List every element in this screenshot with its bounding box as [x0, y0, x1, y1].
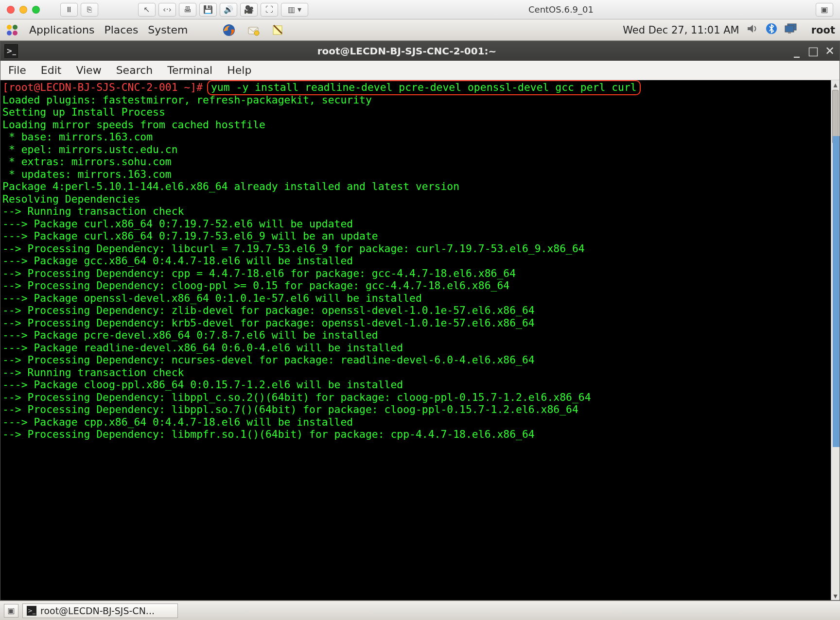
command-highlight: yum -y install readline-devel pcre-devel…: [207, 80, 641, 95]
vm-disk-icon[interactable]: 💾: [199, 3, 217, 17]
menu-edit[interactable]: Edit: [41, 64, 62, 76]
macos-titlebar: ⏸ ⎘ ↖ ‹·› 🖶 💾 🔊 🎥 ⛶ ▥ ▾ CentOS.6.9_01 ▣: [0, 0, 840, 19]
taskbar-entry-terminal[interactable]: >_ root@LECDN-BJ-SJS-CN...: [22, 603, 178, 618]
volume-icon[interactable]: [746, 22, 759, 37]
mail-launcher-icon[interactable]: [246, 23, 261, 37]
terminal-app-icon: >_: [4, 44, 18, 58]
vm-printer-icon[interactable]: 🖶: [179, 3, 196, 17]
scroll-down-button[interactable]: ▾: [831, 591, 840, 600]
vm-camera-icon[interactable]: 🎥: [240, 3, 258, 17]
menu-search[interactable]: Search: [116, 64, 153, 76]
gnome-bottom-panel: ▣ >_ root@LECDN-BJ-SJS-CN...: [0, 601, 840, 620]
terminal-task-icon: >_: [27, 606, 36, 616]
shell-prompt: [root@LECDN-BJ-SJS-CNC-2-001 ~]#: [2, 81, 209, 93]
firefox-launcher-icon[interactable]: [222, 23, 236, 37]
svg-point-0: [7, 25, 12, 30]
host-scroll-indicator: [833, 136, 840, 447]
taskbar-entry-label: root@LECDN-BJ-SJS-CN...: [40, 605, 155, 616]
clock[interactable]: Wed Dec 27, 11:01 AM: [623, 24, 739, 36]
menu-applications[interactable]: Applications: [29, 24, 94, 36]
svg-point-1: [13, 25, 18, 30]
menu-file[interactable]: File: [8, 64, 26, 76]
vm-view-menu[interactable]: ▥ ▾: [281, 3, 308, 17]
svg-rect-10: [785, 26, 794, 32]
svg-point-3: [13, 31, 18, 35]
user-menu[interactable]: root: [811, 24, 835, 36]
window-maximize-button[interactable]: □: [807, 44, 819, 58]
terminal-menubar: File Edit View Search Terminal Help: [0, 61, 840, 80]
menu-help[interactable]: Help: [227, 64, 251, 76]
terminal-output[interactable]: [root@LECDN-BJ-SJS-CNC-2-001 ~]# yum -y …: [0, 80, 840, 442]
svg-rect-11: [788, 32, 791, 34]
mac-zoom-button[interactable]: [32, 6, 40, 14]
vm-resize-icon[interactable]: ‹·›: [158, 3, 176, 17]
bluetooth-icon[interactable]: [766, 23, 777, 37]
vm-pause-button[interactable]: ⏸: [60, 3, 78, 17]
window-close-button[interactable]: ✕: [824, 44, 836, 58]
scrollbar-thumb[interactable]: [832, 90, 839, 143]
gnome-top-panel: Applications Places System Wed Dec 27, 1…: [0, 19, 840, 41]
terminal-window: >_ root@LECDN-BJ-SJS-CNC-2-001:~ _ □ ✕ F…: [0, 41, 840, 601]
svg-point-2: [7, 31, 12, 35]
vm-snapshot-button[interactable]: ⎘: [81, 3, 98, 17]
scroll-up-button[interactable]: ▴: [831, 80, 840, 89]
menu-system[interactable]: System: [148, 24, 188, 36]
svg-point-6: [254, 31, 259, 35]
vm-title: CentOS.6.9_01: [314, 4, 808, 15]
menu-terminal[interactable]: Terminal: [167, 64, 212, 76]
distro-logo-icon[interactable]: [5, 23, 19, 37]
mac-close-button[interactable]: [7, 6, 15, 14]
vm-fullscreen-icon[interactable]: ⛶: [261, 3, 278, 17]
show-desktop-button[interactable]: ▣: [4, 604, 18, 618]
terminal-body[interactable]: [root@LECDN-BJ-SJS-CNC-2-001 ~]# yum -y …: [0, 80, 840, 600]
notes-launcher-icon[interactable]: [270, 23, 285, 37]
menu-places[interactable]: Places: [104, 24, 138, 36]
terminal-titlebar[interactable]: >_ root@LECDN-BJ-SJS-CNC-2-001:~ _ □ ✕: [0, 41, 840, 61]
mac-tabs-button[interactable]: ▣: [816, 3, 833, 17]
vm-cursor-icon[interactable]: ↖: [138, 3, 156, 17]
display-icon[interactable]: [784, 23, 798, 37]
menu-view[interactable]: View: [76, 64, 101, 76]
vm-audio-icon[interactable]: 🔊: [220, 3, 237, 17]
terminal-title: root@LECDN-BJ-SJS-CNC-2-001:~: [23, 45, 791, 57]
mac-minimize-button[interactable]: [19, 6, 27, 14]
window-minimize-button[interactable]: _: [791, 44, 803, 58]
